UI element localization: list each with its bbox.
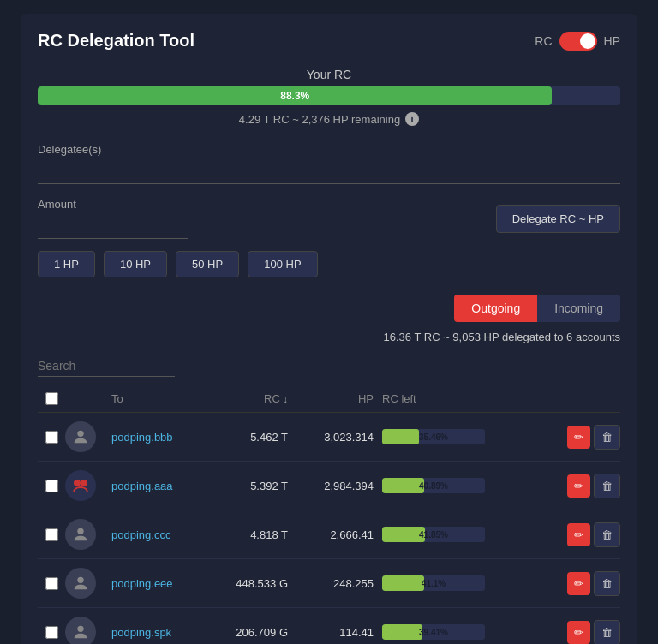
avatar (65, 519, 96, 550)
delete-btn-1[interactable]: 🗑 (594, 474, 620, 498)
row-account-0: podping.bbb (108, 431, 211, 444)
table-row: podping.ccc 4.818 T 2,666.41 41.85% ✏ 🗑 (38, 510, 620, 559)
row-account-3: podping.eee (108, 577, 211, 590)
table-row: podping.bbb 5.462 T 3,023.314 35.46% ✏ 🗑 (38, 413, 620, 462)
rc-sort-arrow: ↓ (284, 394, 289, 404)
app-title: RC Delegation Tool (38, 31, 194, 51)
rc-remaining-text: 4.29 T RC ~ 2,376 HP remaining (239, 113, 400, 126)
header-rc: RC ↓ (211, 392, 296, 405)
row-checkbox-cell (38, 480, 65, 492)
row-checkbox-cell (38, 577, 65, 590)
account-link-1[interactable]: podping.aaa (111, 480, 173, 492)
delete-btn-2[interactable]: 🗑 (594, 522, 620, 547)
mini-bar-outer-2: 41.85% (382, 527, 485, 542)
row-account-4: podping.spk (108, 626, 211, 639)
row-avatar-cell (65, 470, 108, 501)
row-rc-2: 4.818 T (211, 528, 296, 541)
rc-progress-bar-inner: 88.3% (38, 86, 552, 105)
row-checkbox-cell (38, 626, 65, 639)
account-link-2[interactable]: podping.ccc (111, 528, 170, 541)
delegate-btn[interactable]: Delegate RC ~ HP (496, 205, 620, 233)
row-avatar-cell (65, 568, 108, 599)
row-rc-4: 206.709 G (211, 626, 296, 639)
row-account-1: podping.aaa (108, 480, 211, 492)
row-bar-cell-4: 39.41% (382, 624, 552, 640)
mini-bar-text-0: 35.46% (419, 432, 448, 442)
svg-point-3 (77, 528, 83, 534)
summary-row: 16.36 T RC ~ 9,053 HP delegated to 6 acc… (38, 331, 620, 343)
table-body: podping.bbb 5.462 T 3,023.314 35.46% ✏ 🗑 (38, 413, 620, 644)
svg-point-5 (77, 626, 83, 632)
row-account-2: podping.ccc (108, 528, 211, 541)
table-row: podping.eee 448.533 G 248.255 41.1% ✏ 🗑 (38, 559, 620, 608)
delete-btn-4[interactable]: 🗑 (594, 620, 620, 645)
svg-point-0 (77, 431, 83, 437)
svg-point-4 (77, 577, 83, 583)
delegatees-input[interactable] (38, 159, 620, 184)
row-bar-cell-0: 35.46% (382, 429, 552, 444)
rc-remaining: 4.29 T RC ~ 2,376 HP remaining i (38, 112, 620, 126)
quick-10hp[interactable]: 10 HP (104, 251, 167, 277)
rc-label: RC (535, 34, 552, 48)
row-hp-3: 248.255 (296, 577, 382, 590)
row-actions-1: ✏ 🗑 (552, 474, 620, 498)
row-checkbox-4[interactable] (45, 626, 58, 639)
rc-hp-toggle[interactable] (559, 32, 597, 51)
row-bar-cell-3: 41.1% (382, 575, 552, 591)
row-checkbox-2[interactable] (45, 528, 58, 541)
row-checkbox-0[interactable] (45, 431, 58, 444)
edit-btn-3[interactable]: ✏ (567, 572, 590, 595)
header-hp: HP (296, 392, 382, 405)
header: RC Delegation Tool RC HP (38, 31, 620, 51)
edit-btn-0[interactable]: ✏ (567, 426, 590, 449)
tab-incoming[interactable]: Incoming (537, 295, 620, 322)
row-checkbox-3[interactable] (45, 577, 58, 590)
row-hp-0: 3,023.314 (296, 431, 382, 444)
header-rc-left: RC left (382, 392, 552, 405)
edit-btn-2[interactable]: ✏ (567, 523, 590, 546)
row-checkbox-1[interactable] (45, 480, 58, 492)
mini-bar-outer-4: 39.41% (382, 624, 485, 640)
mini-bar-inner-4 (382, 624, 422, 640)
account-link-4[interactable]: podping.spk (111, 626, 171, 639)
avatar (65, 568, 96, 599)
mini-bar-text-1: 40.89% (419, 481, 448, 491)
rc-section-label: Your RC (38, 68, 620, 81)
rc-hp-toggle-group: RC HP (535, 32, 620, 51)
select-all-checkbox[interactable] (45, 392, 58, 405)
quick-50hp[interactable]: 50 HP (176, 251, 239, 277)
rc-progress-percent: 88.3% (280, 90, 309, 102)
app-container: RC Delegation Tool RC HP Your RC 88.3% 4… (21, 14, 637, 644)
avatar (65, 421, 96, 452)
row-checkbox-cell (38, 431, 65, 444)
search-input[interactable] (38, 355, 175, 377)
svg-point-1 (74, 480, 81, 486)
rc-section: Your RC 88.3% 4.29 T RC ~ 2,376 HP remai… (38, 68, 620, 126)
avatar (65, 617, 96, 644)
tab-row: Outgoing Incoming (38, 295, 620, 322)
edit-btn-1[interactable]: ✏ (567, 474, 590, 498)
mini-bar-text-2: 41.85% (419, 530, 448, 540)
info-icon[interactable]: i (405, 112, 419, 126)
quick-1hp[interactable]: 1 HP (38, 251, 95, 277)
hp-label: HP (604, 34, 620, 48)
delete-btn-3[interactable]: 🗑 (594, 571, 620, 596)
edit-btn-4[interactable]: ✏ (567, 621, 590, 644)
row-actions-0: ✏ 🗑 (552, 425, 620, 450)
quick-100hp[interactable]: 100 HP (248, 251, 317, 277)
account-link-3[interactable]: podping.eee (111, 577, 173, 590)
amount-input[interactable] (38, 214, 188, 239)
row-hp-1: 2,984.394 (296, 480, 382, 492)
account-link-0[interactable]: podping.bbb (111, 431, 173, 444)
tab-outgoing[interactable]: Outgoing (454, 295, 537, 322)
mini-bar-inner-1 (382, 478, 424, 493)
mini-bar-outer-3: 41.1% (382, 575, 485, 591)
header-checkbox-cell (38, 392, 65, 405)
delete-btn-0[interactable]: 🗑 (594, 425, 620, 450)
mini-bar-text-3: 41.1% (422, 579, 446, 588)
mini-bar-outer-0: 35.46% (382, 429, 485, 444)
row-actions-2: ✏ 🗑 (552, 522, 620, 547)
table-row: podping.aaa 5.392 T 2,984.394 40.89% ✏ 🗑 (38, 462, 620, 510)
header-to: To (108, 392, 211, 405)
table-header: To RC ↓ HP RC left (38, 385, 620, 413)
